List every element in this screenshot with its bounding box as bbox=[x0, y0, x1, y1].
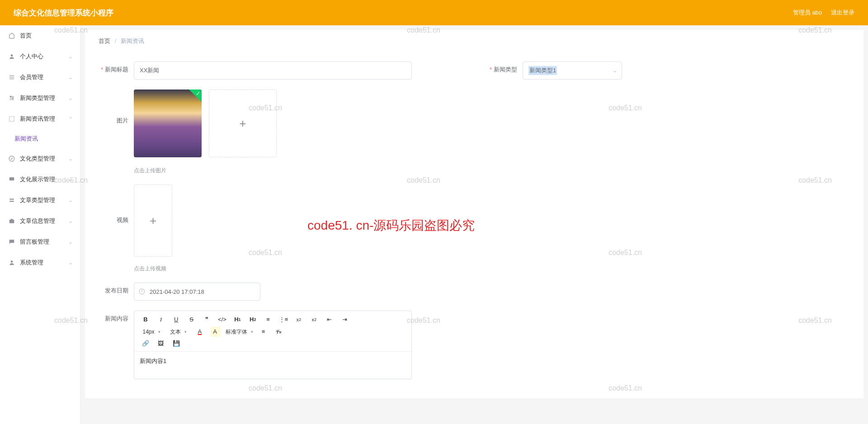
sidebar: 首页 个人中心 ⌄ 会员管理 ⌄ 新闻类型管理 ⌄ 新闻资讯管理 ⌄ 新闻资讯 … bbox=[0, 25, 80, 424]
image-upload-box[interactable]: + bbox=[209, 90, 277, 157]
sliders-icon bbox=[8, 94, 15, 102]
clock-icon bbox=[139, 288, 145, 295]
admin-label[interactable]: 管理员 abo bbox=[793, 9, 822, 17]
outdent-button[interactable]: ⇤ bbox=[325, 315, 335, 325]
link-button[interactable]: 🔗 bbox=[141, 339, 151, 349]
briefcase-icon bbox=[8, 217, 15, 225]
breadcrumb-root[interactable]: 首页 bbox=[99, 38, 110, 44]
type-label: 新闻类型 bbox=[487, 61, 523, 74]
sidebar-item-culture-show[interactable]: 文化展示管理 ⌄ bbox=[0, 169, 80, 190]
breadcrumb-separator: / bbox=[115, 38, 117, 44]
h1-button[interactable]: H1 bbox=[232, 315, 242, 325]
italic-button[interactable]: I bbox=[156, 315, 166, 325]
ordered-list-button[interactable]: ≡ bbox=[263, 315, 273, 325]
chevron-down-icon: ⌄ bbox=[68, 259, 73, 266]
expand-icon bbox=[8, 115, 15, 122]
editor-body[interactable]: 新闻内容1 bbox=[134, 352, 411, 379]
video-label: 视频 bbox=[99, 184, 134, 224]
h2-button[interactable]: H2 bbox=[248, 315, 258, 325]
svg-rect-16 bbox=[11, 219, 13, 220]
title-input[interactable] bbox=[134, 61, 412, 80]
check-icon bbox=[189, 90, 202, 102]
sidebar-subitem-news[interactable]: 新闻资讯 bbox=[0, 129, 80, 148]
svg-point-17 bbox=[11, 260, 13, 263]
chevron-down-icon: ⌄ bbox=[68, 176, 73, 183]
svg-rect-15 bbox=[9, 220, 14, 223]
form-panel: 新闻标题 新闻类型 新闻类型1 ⌄ 图片 bbox=[85, 52, 863, 398]
image-label: 图片 bbox=[99, 90, 134, 125]
home-icon bbox=[8, 32, 15, 39]
align-button[interactable]: ≡ bbox=[258, 327, 268, 337]
sidebar-item-culture-type[interactable]: 文化类型管理 ⌄ bbox=[0, 148, 80, 169]
title-label: 新闻标题 bbox=[99, 61, 134, 74]
sidebar-item-article-type[interactable]: 文章类型管理 ⌄ bbox=[0, 190, 80, 211]
user-cog-icon bbox=[8, 259, 15, 266]
compass-icon bbox=[8, 155, 15, 162]
svg-marker-11 bbox=[11, 158, 13, 160]
sidebar-item-home[interactable]: 首页 bbox=[0, 25, 80, 46]
sidebar-item-system[interactable]: 系统管理 ⌄ bbox=[0, 252, 80, 273]
chevron-down-icon: ⌄ bbox=[68, 74, 73, 80]
date-label: 发布日期 bbox=[99, 283, 134, 295]
sidebar-item-news-info[interactable]: 新闻资讯管理 ⌄ bbox=[0, 108, 80, 129]
sidebar-item-members[interactable]: 会员管理 ⌄ bbox=[0, 67, 80, 88]
indent-button[interactable]: ⇥ bbox=[340, 315, 350, 325]
monitor-icon bbox=[8, 176, 15, 183]
svg-point-8 bbox=[12, 98, 13, 99]
plus-icon: + bbox=[239, 117, 246, 131]
chevron-down-icon: ⌄ bbox=[613, 67, 617, 74]
image-upload-tip: 点击上传图片 bbox=[134, 167, 850, 174]
chevron-down-icon: ⌄ bbox=[68, 239, 73, 245]
sidebar-item-profile[interactable]: 个人中心 ⌄ bbox=[0, 46, 80, 67]
strike-button[interactable]: S bbox=[187, 315, 197, 325]
underline-button[interactable]: U bbox=[171, 315, 181, 325]
date-input[interactable]: 2021-04-20 17:07:18 bbox=[134, 283, 260, 301]
svg-rect-13 bbox=[9, 199, 14, 200]
content-label: 新闻内容 bbox=[99, 311, 134, 323]
video-upload-box[interactable]: + bbox=[134, 184, 172, 257]
font-family-select[interactable]: 标准字体▾ bbox=[226, 327, 253, 337]
app-title: 综合文化信息管理系统小程序 bbox=[14, 8, 113, 18]
svg-point-7 bbox=[10, 96, 11, 97]
quote-button[interactable]: ❞ bbox=[202, 315, 212, 325]
message-icon bbox=[8, 238, 15, 245]
text-color-button[interactable]: A bbox=[195, 327, 205, 337]
superscript-button[interactable]: x2 bbox=[309, 315, 319, 325]
logout-button[interactable]: 退出登录 bbox=[831, 9, 854, 17]
list-icon bbox=[8, 74, 15, 81]
plus-icon: + bbox=[150, 214, 156, 228]
svg-rect-12 bbox=[9, 177, 14, 180]
main-content: 首页 / 新闻资讯 新闻标题 新闻类型 新闻类型1 ⌄ bbox=[80, 25, 868, 424]
user-icon bbox=[8, 53, 15, 60]
svg-rect-9 bbox=[9, 117, 14, 122]
image-button[interactable]: 🖼 bbox=[156, 339, 166, 349]
tag-icon bbox=[8, 197, 15, 204]
chevron-down-icon: ⌄ bbox=[68, 53, 73, 60]
app-header: 综合文化信息管理系统小程序 管理员 abo 退出登录 bbox=[0, 0, 868, 25]
video-upload-tip: 点击上传视频 bbox=[134, 265, 850, 273]
type-select[interactable]: 新闻类型1 ⌄ bbox=[523, 61, 622, 80]
svg-rect-14 bbox=[9, 201, 14, 202]
save-icon[interactable]: 💾 bbox=[171, 339, 181, 349]
uploaded-image-thumb[interactable] bbox=[134, 90, 202, 157]
chevron-up-icon: ⌄ bbox=[68, 116, 73, 122]
bold-button[interactable]: B bbox=[141, 315, 151, 325]
font-size-select[interactable]: 14px▾ bbox=[141, 327, 162, 337]
clear-format-button[interactable]: Tx bbox=[274, 327, 283, 337]
unordered-list-button[interactable]: ⋮≡ bbox=[278, 315, 288, 325]
font-style-select[interactable]: 文本▾ bbox=[168, 327, 189, 337]
svg-point-0 bbox=[11, 54, 13, 57]
sidebar-item-guestbook[interactable]: 留言板管理 ⌄ bbox=[0, 231, 80, 252]
sidebar-item-article-info[interactable]: 文章信息管理 ⌄ bbox=[0, 211, 80, 231]
chevron-down-icon: ⌄ bbox=[68, 197, 73, 203]
header-user-area: 管理员 abo 退出登录 bbox=[793, 9, 854, 17]
chevron-down-icon: ⌄ bbox=[68, 155, 73, 162]
chevron-down-icon: ⌄ bbox=[68, 218, 73, 224]
code-button[interactable]: </> bbox=[217, 315, 227, 325]
sidebar-item-news-type[interactable]: 新闻类型管理 ⌄ bbox=[0, 88, 80, 108]
chevron-down-icon: ⌄ bbox=[68, 95, 73, 101]
bg-color-button[interactable]: A bbox=[210, 327, 220, 337]
subscript-button[interactable]: x2 bbox=[294, 315, 304, 325]
breadcrumb-current: 新闻资讯 bbox=[121, 38, 144, 44]
rich-text-editor: B I U S ❞ </> H1 H2 ≡ ⋮≡ x2 x2 ⇤ bbox=[134, 311, 412, 379]
